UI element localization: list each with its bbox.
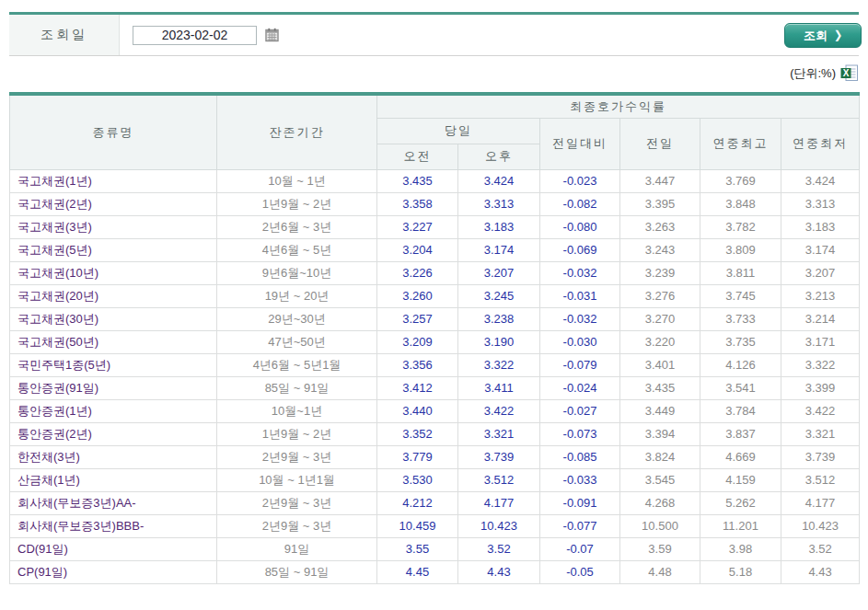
type-cell: 통안증권(1년): [10, 399, 217, 422]
type-cell: 회사채(무보증3년)BBB-: [10, 514, 217, 537]
period-cell: 85일 ~ 91일: [217, 560, 377, 583]
am-yield-cell: 3.352: [377, 422, 458, 445]
table-row: 국고채권(50년)47년~50년3.2093.190-0.0303.2203.7…: [10, 330, 860, 353]
excel-icon[interactable]: X: [840, 64, 859, 82]
table-row: 국고채권(2년)1년9월 ~ 2년3.3583.313-0.0823.3953.…: [10, 192, 860, 215]
prev-cell: 4.48: [620, 560, 700, 583]
type-cell: 회사채(무보증3년)AA-: [10, 491, 217, 514]
low-cell: 10.423: [781, 514, 860, 537]
search-bar: 조회일 조회 ❯: [9, 12, 859, 56]
table-row: 회사채(무보증3년)BBB-2년9월 ~ 3년10.45910.423-0.07…: [10, 514, 860, 537]
high-cell: 3.769: [700, 169, 781, 192]
prev-cell: 3.401: [620, 353, 700, 376]
prev-cell: 4.268: [620, 491, 700, 514]
pm-yield-cell: 3.183: [458, 215, 540, 238]
prev-cell: 3.263: [620, 215, 700, 238]
change-cell: -0.032: [540, 307, 620, 330]
period-cell: 47년~50년: [217, 330, 377, 353]
high-cell: 3.733: [700, 307, 781, 330]
type-cell: 통안증권(91일): [10, 376, 217, 399]
period-cell: 29년~30년: [217, 307, 377, 330]
change-cell: -0.079: [540, 353, 620, 376]
pm-yield-cell: 3.424: [458, 169, 540, 192]
header-yield-group: 최종호가수익률: [377, 94, 860, 118]
pm-yield-cell: 4.177: [458, 491, 540, 514]
header-pm: 오후: [458, 144, 540, 169]
pm-yield-cell: 3.739: [458, 445, 540, 468]
high-cell: 3.782: [700, 215, 781, 238]
period-cell: 4년6월 ~ 5년: [217, 238, 377, 261]
unit-note: (단위:%): [790, 65, 836, 82]
period-cell: 10월 ~ 1년: [217, 169, 377, 192]
pm-yield-cell: 3.422: [458, 399, 540, 422]
change-cell: -0.05: [540, 560, 620, 583]
period-cell: 4년6월 ~ 5년1월: [217, 353, 377, 376]
high-cell: 4.126: [700, 353, 781, 376]
pm-yield-cell: 4.43: [458, 560, 540, 583]
low-cell: 3.321: [781, 422, 860, 445]
pm-yield-cell: 3.512: [458, 468, 540, 491]
am-yield-cell: 3.209: [377, 330, 458, 353]
high-cell: 5.18: [700, 560, 781, 583]
type-cell: CP(91일): [10, 560, 217, 583]
table-row: 산금채(1년)10월 ~ 1년1월3.5303.512-0.0333.5454.…: [10, 468, 860, 491]
am-yield-cell: 3.204: [377, 238, 458, 261]
calendar-icon[interactable]: [265, 28, 280, 42]
high-cell: 3.98: [700, 537, 781, 560]
table-row: 국고채권(3년)2년6월 ~ 3년3.2273.183-0.0803.2633.…: [10, 215, 860, 238]
am-yield-cell: 10.459: [377, 514, 458, 537]
header-high: 연중최고: [700, 118, 781, 169]
change-cell: -0.07: [540, 537, 620, 560]
header-period: 잔존기간: [217, 94, 377, 169]
low-cell: 3.422: [781, 399, 860, 422]
unit-row: (단위:%) X: [9, 56, 859, 92]
prev-cell: 3.435: [620, 376, 700, 399]
table-row: 국고채권(10년)9년6월~10년3.2263.207-0.0323.2393.…: [10, 261, 860, 284]
low-cell: 3.174: [781, 238, 860, 261]
table-row: 국고채권(1년)10월 ~ 1년3.4353.424-0.0233.4473.7…: [10, 169, 860, 192]
prev-cell: 3.243: [620, 238, 700, 261]
search-button[interactable]: 조회 ❯: [784, 23, 862, 48]
pm-yield-cell: 3.313: [458, 192, 540, 215]
period-cell: 91일: [217, 537, 377, 560]
prev-cell: 3.270: [620, 307, 700, 330]
pm-yield-cell: 3.52: [458, 537, 540, 560]
date-label: 조회일: [9, 15, 120, 55]
header-low: 연중최저: [781, 118, 860, 169]
pm-yield-cell: 3.322: [458, 353, 540, 376]
am-yield-cell: 3.226: [377, 261, 458, 284]
prev-cell: 3.447: [620, 169, 700, 192]
prev-cell: 3.395: [620, 192, 700, 215]
am-yield-cell: 3.257: [377, 307, 458, 330]
prev-cell: 3.824: [620, 445, 700, 468]
date-input[interactable]: [133, 26, 257, 45]
low-cell: 3.399: [781, 376, 860, 399]
table-row: 통안증권(1년)10월~1년3.4403.422-0.0273.4493.784…: [10, 399, 860, 422]
period-cell: 2년9월 ~ 3년: [217, 514, 377, 537]
pm-yield-cell: 3.321: [458, 422, 540, 445]
am-yield-cell: 3.779: [377, 445, 458, 468]
bond-yield-table: 종류명 잔존기간 최종호가수익률 당일 전일대비 전일 연중최고 연중최저 오전…: [9, 92, 860, 584]
page-content: 조회일 조회 ❯ (단위:%): [9, 12, 859, 584]
table-body: 국고채권(1년)10월 ~ 1년3.4353.424-0.0233.4473.7…: [10, 169, 860, 583]
header-type: 종류명: [10, 94, 217, 169]
am-yield-cell: 3.440: [377, 399, 458, 422]
change-cell: -0.032: [540, 261, 620, 284]
prev-cell: 10.500: [620, 514, 700, 537]
table-row: 통안증권(2년)1년9월 ~ 2년3.3523.321-0.0733.3943.…: [10, 422, 860, 445]
prev-cell: 3.449: [620, 399, 700, 422]
type-cell: 한전채(3년): [10, 445, 217, 468]
search-button-label: 조회: [804, 28, 827, 44]
high-cell: 5.262: [700, 491, 781, 514]
type-cell: 국고채권(50년): [10, 330, 217, 353]
am-yield-cell: 4.212: [377, 491, 458, 514]
low-cell: 3.424: [781, 169, 860, 192]
am-yield-cell: 3.55: [377, 537, 458, 560]
type-cell: 국민주택1종(5년): [10, 353, 217, 376]
type-cell: CD(91일): [10, 537, 217, 560]
prev-cell: 3.394: [620, 422, 700, 445]
table-row: CP(91일)85일 ~ 91일4.454.43-0.054.485.184.4…: [10, 560, 860, 583]
table-row: CD(91일)91일3.553.52-0.073.593.983.52: [10, 537, 860, 560]
change-cell: -0.023: [540, 169, 620, 192]
change-cell: -0.085: [540, 445, 620, 468]
